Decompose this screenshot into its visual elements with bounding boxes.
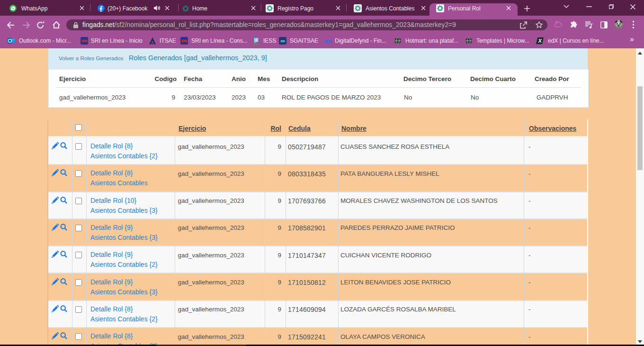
svg-text:SRi: SRi — [181, 39, 187, 43]
svg-text:X: X — [538, 38, 543, 44]
svg-text:sm: sm — [280, 39, 285, 43]
svg-text:SRi: SRi — [81, 39, 87, 43]
svg-text:dd: dd — [324, 37, 332, 45]
